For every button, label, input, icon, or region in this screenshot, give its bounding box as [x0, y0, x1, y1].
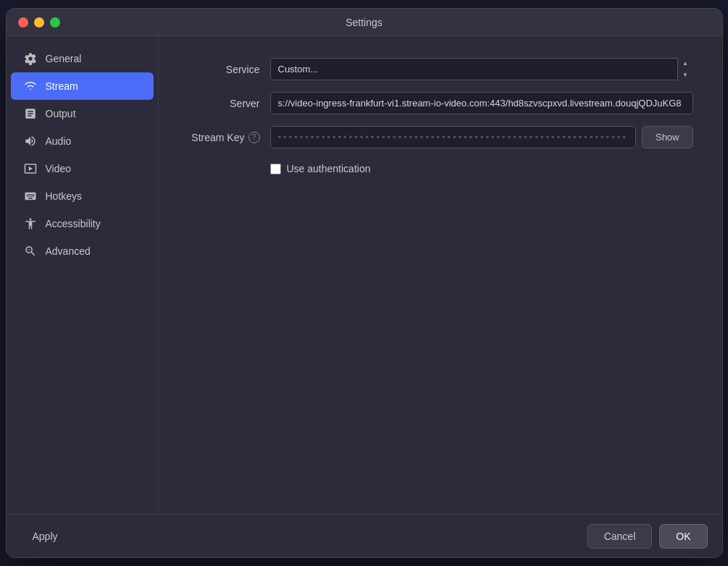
hotkeys-icon: [24, 190, 37, 203]
sidebar-label-general: General: [46, 53, 82, 64]
ok-button[interactable]: OK: [659, 524, 707, 549]
content-area: Service Custom... ▲ ▼ Server: [159, 36, 722, 514]
audio-icon: [24, 135, 37, 148]
output-icon: [24, 107, 37, 120]
sidebar-label-audio: Audio: [46, 135, 72, 147]
server-label: Server: [188, 98, 260, 109]
titlebar: Settings: [7, 9, 722, 36]
sidebar-item-general[interactable]: General: [11, 45, 154, 72]
sidebar-item-audio[interactable]: Audio: [11, 127, 154, 155]
service-select[interactable]: Custom...: [270, 58, 693, 80]
footer: Apply Cancel OK: [7, 514, 722, 557]
main-content: General Stream Output: [7, 36, 722, 514]
sidebar-label-output: Output: [46, 108, 76, 119]
sidebar-item-video[interactable]: Video: [11, 155, 154, 182]
sidebar-item-output[interactable]: Output: [11, 100, 154, 127]
sidebar-item-advanced[interactable]: Advanced: [11, 237, 154, 265]
traffic-lights: [18, 17, 60, 28]
advanced-icon: [24, 245, 37, 258]
stream-icon: [24, 80, 37, 93]
footer-right: Cancel OK: [587, 524, 708, 549]
sidebar: General Stream Output: [7, 36, 159, 514]
gear-icon: [24, 52, 37, 65]
server-input[interactable]: [270, 92, 693, 114]
sidebar-label-hotkeys: Hotkeys: [46, 190, 83, 202]
sidebar-item-hotkeys[interactable]: Hotkeys: [11, 182, 154, 210]
sidebar-item-accessibility[interactable]: Accessibility: [11, 210, 154, 237]
stream-key-wrapper: Show: [270, 126, 693, 148]
spinner-up[interactable]: ▲: [678, 58, 693, 69]
show-button[interactable]: Show: [642, 126, 693, 148]
close-button[interactable]: [18, 17, 28, 28]
sidebar-label-video: Video: [46, 163, 72, 174]
service-spinner: ▲ ▼: [677, 58, 693, 80]
stream-key-label-group: Stream Key ?: [188, 132, 260, 143]
service-row: Service Custom... ▲ ▼: [188, 58, 693, 80]
window-title: Settings: [346, 17, 382, 28]
video-icon: [24, 162, 37, 175]
sidebar-label-stream: Stream: [46, 80, 78, 92]
accessibility-icon: [24, 217, 37, 230]
spinner-down[interactable]: ▼: [678, 69, 693, 81]
service-wrapper: Custom... ▲ ▼: [270, 58, 693, 80]
settings-window: Settings General Stream: [6, 8, 723, 558]
cancel-button[interactable]: Cancel: [587, 524, 653, 549]
sidebar-label-accessibility: Accessibility: [46, 218, 101, 229]
use-auth-label: Use authentication: [287, 163, 371, 174]
apply-button[interactable]: Apply: [21, 525, 70, 548]
sidebar-item-stream[interactable]: Stream: [11, 72, 154, 100]
minimize-button[interactable]: [34, 17, 44, 28]
stream-key-label: Stream Key: [191, 132, 244, 143]
server-row: Server: [188, 92, 693, 114]
maximize-button[interactable]: [50, 17, 60, 28]
use-auth-checkbox[interactable]: [270, 164, 281, 174]
service-label: Service: [188, 64, 260, 75]
help-icon[interactable]: ?: [248, 132, 260, 143]
auth-row: Use authentication: [188, 163, 693, 174]
stream-key-input[interactable]: [270, 126, 636, 148]
sidebar-label-advanced: Advanced: [46, 245, 91, 257]
stream-key-row: Stream Key ? Show: [188, 126, 693, 148]
